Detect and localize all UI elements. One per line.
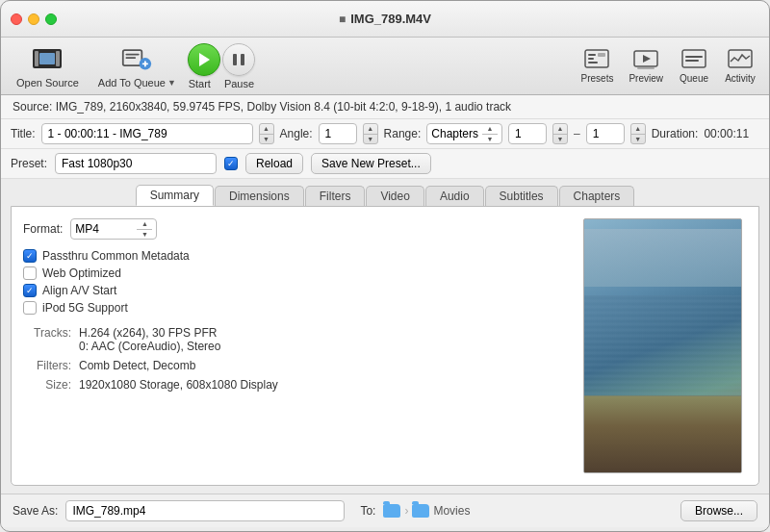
dest-folder-icon <box>412 504 429 518</box>
filters-info-row: Filters: Comb Detect, Decomb <box>23 359 563 372</box>
range-from-input[interactable] <box>508 123 547 144</box>
option-web-optimized: Web Optimized <box>23 266 563 280</box>
save-as-label: Save As: <box>13 504 58 518</box>
title-stepper-up[interactable]: ▲ <box>260 124 273 135</box>
duration-value: 00:00:11 <box>704 127 749 140</box>
tracks-value1: H.264 (x264), 30 FPS PFR <box>79 326 220 340</box>
preset-input[interactable] <box>55 153 217 174</box>
size-info-value: 1920x1080 Storage, 608x1080 Display <box>79 378 278 392</box>
title-row: Title: ▲ ▼ Angle: ▲ ▼ Range: Chapters ▲ … <box>1 119 769 149</box>
preset-checkbox[interactable]: ✓ <box>224 157 238 170</box>
align-av-checkbox[interactable]: ✓ <box>23 284 37 297</box>
align-av-label: Align A/V Start <box>42 284 116 297</box>
range-to-stepper[interactable]: ▲ ▼ <box>630 123 646 144</box>
angle-stepper-up[interactable]: ▲ <box>364 124 377 135</box>
reload-button[interactable]: Reload <box>245 153 303 174</box>
tabs-row: Summary Dimensions Filters Video Audio S… <box>1 179 769 206</box>
source-label: Source: <box>13 100 52 114</box>
add-to-queue-button[interactable]: Add To Queue ▼ <box>90 39 184 92</box>
filters-info-value: Comb Detect, Decomb <box>79 359 195 372</box>
preview-icon <box>632 48 659 71</box>
svg-rect-2 <box>56 51 60 66</box>
tab-summary[interactable]: Summary <box>136 185 214 206</box>
playback-controls: Start Pause <box>188 43 255 89</box>
toolbar: Open Source Add To Queue ▼ <box>1 38 769 95</box>
activity-icon <box>727 48 754 71</box>
ipod-checkbox[interactable] <box>23 301 37 315</box>
open-source-button[interactable]: Open Source <box>9 39 87 92</box>
format-stepper-down[interactable]: ▼ <box>137 230 152 241</box>
svg-rect-12 <box>588 58 594 60</box>
range-type-down[interactable]: ▼ <box>482 135 498 145</box>
svg-rect-20 <box>685 60 699 62</box>
save-preset-button[interactable]: Save New Preset... <box>311 153 431 174</box>
tab-chapters[interactable]: Chapters <box>559 186 635 206</box>
angle-stepper[interactable]: ▲ ▼ <box>363 123 378 144</box>
tab-video[interactable]: Video <box>366 186 424 206</box>
filters-info-label: Filters: <box>23 359 71 372</box>
close-button[interactable] <box>11 13 22 25</box>
title-stepper[interactable]: ▲ ▼ <box>259 123 274 144</box>
queue-icon <box>680 48 707 71</box>
open-source-icon <box>32 43 63 74</box>
option-ipod: iPod 5G Support <box>23 301 563 315</box>
tab-content: Format: MP4 ▲ ▼ ✓ Passthru Common Metada… <box>11 206 759 486</box>
path-display: › Movies <box>383 504 470 518</box>
svg-rect-19 <box>685 56 703 58</box>
queue-button[interactable]: Queue <box>673 45 715 87</box>
range-to-up[interactable]: ▲ <box>631 124 645 135</box>
option-passthru: ✓ Passthru Common Metadata <box>23 249 563 263</box>
title-label: Title: <box>11 127 36 140</box>
angle-stepper-down[interactable]: ▼ <box>364 135 377 144</box>
option-align-av: ✓ Align A/V Start <box>23 284 563 297</box>
browse-button[interactable]: Browse... <box>680 500 757 521</box>
angle-input[interactable] <box>319 123 357 144</box>
web-optimized-checkbox[interactable] <box>23 266 37 280</box>
svg-marker-17 <box>643 55 651 63</box>
format-stepper[interactable]: ▲ ▼ <box>137 218 152 240</box>
tab-filters[interactable]: Filters <box>305 186 366 206</box>
presets-button[interactable]: Presets <box>576 45 620 87</box>
format-label: Format: <box>23 222 63 236</box>
pause-button[interactable] <box>222 43 255 76</box>
toolbar-right: Presets Preview Queue <box>576 45 761 87</box>
format-stepper-up[interactable]: ▲ <box>137 218 152 230</box>
tracks-label: Tracks: <box>23 326 71 353</box>
range-dash: – <box>574 127 580 140</box>
save-as-input[interactable] <box>65 500 345 521</box>
web-optimized-label: Web Optimized <box>42 266 121 280</box>
passthru-checkbox[interactable]: ✓ <box>23 249 37 263</box>
activity-button[interactable]: Activity <box>719 45 761 87</box>
range-to-down[interactable]: ▼ <box>631 135 645 144</box>
preset-label: Preset: <box>11 157 47 170</box>
pause-bar-right <box>241 54 244 65</box>
title-input[interactable] <box>41 123 253 144</box>
tracks-row: Tracks: H.264 (x264), 30 FPS PFR 0: AAC … <box>23 326 563 353</box>
open-source-label: Open Source <box>16 77 79 89</box>
range-type-up[interactable]: ▲ <box>482 123 498 135</box>
main-area: Summary Dimensions Filters Video Audio S… <box>1 179 769 486</box>
start-button[interactable] <box>188 43 220 76</box>
svg-rect-14 <box>598 53 605 57</box>
activity-label: Activity <box>725 73 756 84</box>
water-detail <box>584 295 741 396</box>
add-to-queue-dropdown-icon[interactable]: ▼ <box>167 78 176 88</box>
tab-dimensions[interactable]: Dimensions <box>215 186 304 206</box>
range-to-input[interactable] <box>586 123 625 144</box>
range-from-up[interactable]: ▲ <box>553 124 567 135</box>
preview-button[interactable]: Preview <box>623 45 669 87</box>
minimize-button[interactable] <box>28 13 39 25</box>
preview-label: Preview <box>629 73 663 84</box>
angle-label: Angle: <box>280 127 313 140</box>
svg-rect-3 <box>39 53 55 64</box>
svg-rect-9 <box>144 61 146 66</box>
zoom-button[interactable] <box>45 13 57 25</box>
range-from-down[interactable]: ▼ <box>553 135 567 144</box>
duration-label: Duration: <box>652 127 699 140</box>
title-stepper-down[interactable]: ▼ <box>260 135 273 144</box>
tab-subtitles[interactable]: Subtitles <box>485 186 558 206</box>
range-type-stepper[interactable]: ▲ ▼ <box>482 123 498 144</box>
tab-audio[interactable]: Audio <box>425 186 484 206</box>
traffic-lights <box>11 13 57 25</box>
range-from-stepper[interactable]: ▲ ▼ <box>552 123 568 144</box>
